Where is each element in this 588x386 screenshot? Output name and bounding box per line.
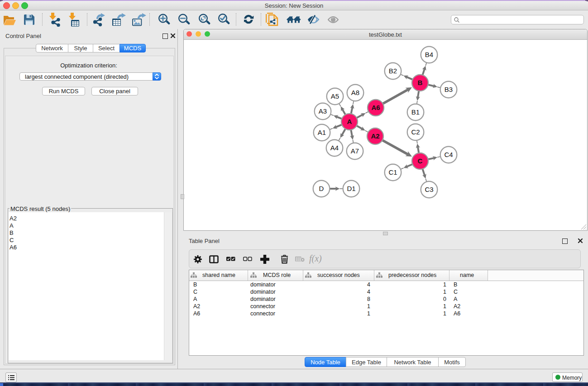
svg-text:A: A: [347, 118, 352, 125]
svg-text:C: C: [418, 157, 423, 165]
svg-text:C3: C3: [425, 186, 433, 193]
svg-text:A5: A5: [331, 92, 339, 100]
svg-text:A1: A1: [318, 129, 326, 136]
svg-text:B3: B3: [445, 86, 453, 93]
svg-text:D1: D1: [347, 185, 355, 192]
svg-text:A4: A4: [330, 144, 339, 152]
svg-text:A7: A7: [351, 147, 359, 155]
svg-text:B2: B2: [389, 67, 397, 75]
svg-text:A3: A3: [319, 107, 327, 115]
svg-text:B4: B4: [425, 51, 433, 58]
svg-text:A6: A6: [371, 104, 380, 111]
svg-text:B: B: [418, 79, 423, 86]
svg-text:C4: C4: [444, 151, 453, 158]
svg-text:A8: A8: [351, 89, 359, 96]
svg-text:A2: A2: [371, 132, 379, 140]
svg-text:B1: B1: [411, 108, 420, 116]
svg-text:C1: C1: [388, 168, 397, 176]
svg-text:D: D: [319, 185, 324, 192]
svg-text:C2: C2: [411, 128, 420, 136]
